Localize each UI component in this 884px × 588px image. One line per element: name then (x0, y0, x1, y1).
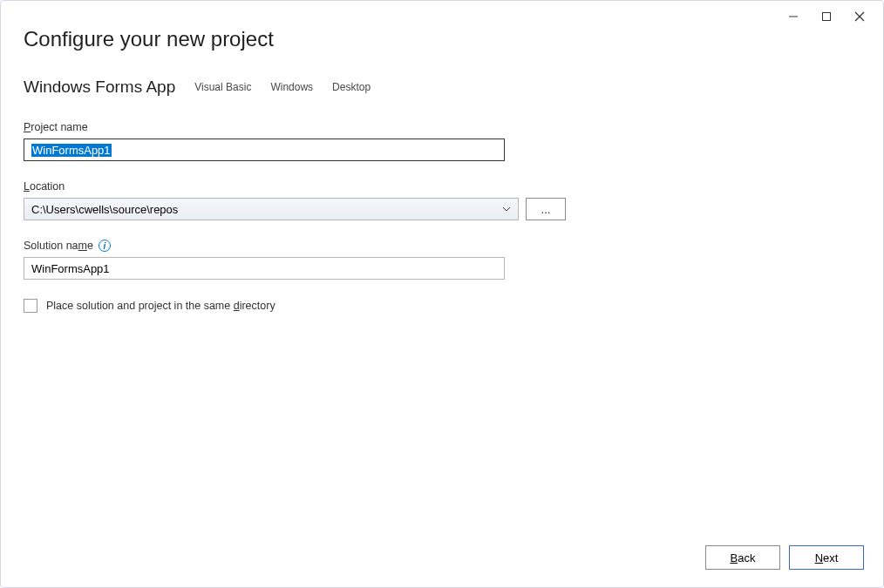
browse-button[interactable]: ... (526, 198, 566, 220)
browse-label: ... (541, 203, 551, 216)
solution-name-label: Solution name i (24, 240, 860, 252)
tag-visual-basic: Visual Basic (194, 81, 251, 93)
content-area: Configure your new project Windows Forms… (1, 1, 883, 313)
minimize-button[interactable] (777, 4, 810, 29)
same-directory-row: Place solution and project in the same d… (24, 299, 860, 313)
next-button[interactable]: Next (789, 545, 864, 570)
close-button[interactable] (843, 4, 876, 29)
project-name-label: Project name (24, 121, 860, 133)
subtitle-row: Windows Forms App Visual Basic Windows D… (24, 78, 860, 97)
footer: Back Next (705, 545, 864, 570)
solution-name-input[interactable] (24, 257, 505, 280)
svg-rect-1 (823, 13, 831, 21)
location-label: Location (24, 180, 860, 193)
location-value: C:\Users\cwells\source\repos (31, 203, 178, 216)
next-label: Next (815, 551, 839, 564)
same-directory-label: Place solution and project in the same d… (46, 300, 275, 312)
location-combo[interactable]: C:\Users\cwells\source\repos (24, 198, 519, 220)
chevron-down-icon (502, 206, 511, 212)
location-row: C:\Users\cwells\source\repos ... (24, 198, 860, 220)
minimize-icon (788, 11, 799, 22)
info-icon[interactable]: i (99, 240, 111, 252)
same-directory-checkbox[interactable] (24, 299, 37, 313)
location-group: Location C:\Users\cwells\source\repos ..… (24, 180, 860, 220)
project-name-group: Project name WinFormsApp1 (24, 121, 860, 161)
maximize-button[interactable] (810, 4, 843, 29)
project-name-input[interactable]: WinFormsApp1 (24, 139, 505, 161)
solution-name-group: Solution name i (24, 240, 860, 280)
back-button[interactable]: Back (705, 545, 780, 570)
tag-desktop: Desktop (332, 81, 371, 93)
project-type-subtitle: Windows Forms App (24, 78, 175, 97)
back-label: Back (731, 551, 756, 564)
maximize-icon (821, 11, 832, 22)
page-title: Configure your new project (24, 27, 860, 51)
project-name-value: WinFormsApp1 (31, 144, 112, 157)
close-icon (854, 11, 865, 22)
tag-windows: Windows (270, 81, 313, 93)
titlebar (777, 1, 883, 29)
